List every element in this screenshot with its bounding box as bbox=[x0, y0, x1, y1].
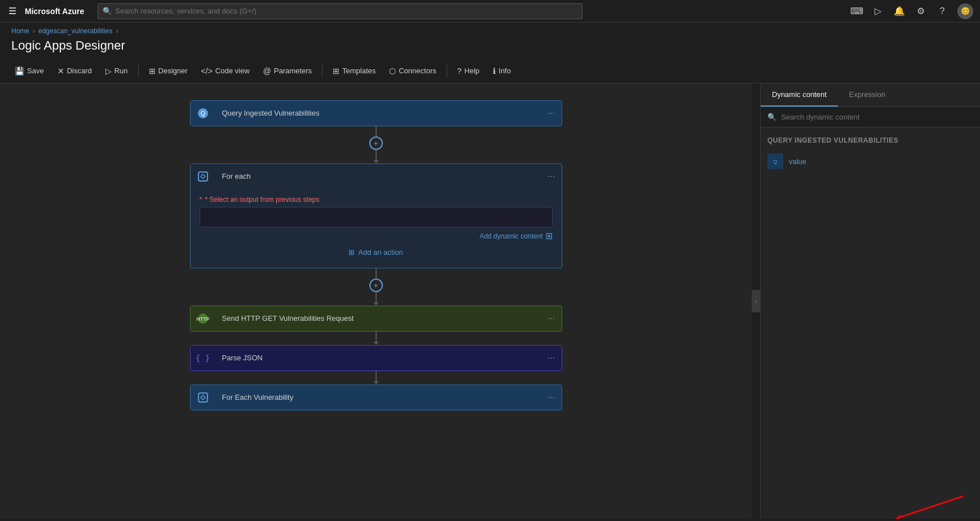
terminal-icon[interactable]: ⌨ bbox=[850, 6, 863, 16]
foreach-node-menu[interactable]: ··· bbox=[541, 164, 562, 189]
foreach2-node-menu[interactable]: ··· bbox=[541, 385, 562, 410]
svg-rect-2 bbox=[198, 172, 208, 181]
help-button[interactable]: ? Help bbox=[452, 63, 485, 79]
add-step-1[interactable]: + bbox=[369, 136, 383, 150]
toolbar-sep2 bbox=[322, 64, 323, 78]
tab-dynamic-content[interactable]: Dynamic content bbox=[761, 83, 838, 107]
search-input[interactable] bbox=[115, 7, 577, 15]
foreach-header: For each ··· bbox=[191, 164, 562, 189]
code-view-icon: </> bbox=[201, 67, 213, 76]
panel-item-value[interactable]: Q value bbox=[761, 149, 980, 174]
templates-button[interactable]: ⊞ Templates bbox=[327, 63, 381, 79]
connector-line-2b bbox=[376, 292, 377, 302]
canvas: Q Query Ingested Vulnerabilities ··· + F… bbox=[0, 83, 752, 519]
breadcrumb-resource[interactable]: edgescan_vulnerabilities bbox=[38, 27, 112, 35]
foreach2-node-icon bbox=[191, 385, 215, 410]
panel-section-title: Query Ingested Vulnerabilities bbox=[761, 134, 980, 149]
node-http[interactable]: HTTP Send HTTP GET Vulnerabilities Reque… bbox=[190, 306, 562, 332]
breadcrumb: Home › edgescan_vulnerabilities › bbox=[0, 23, 980, 36]
toolbar-sep1 bbox=[138, 64, 139, 78]
save-button[interactable]: 💾 Save bbox=[9, 63, 50, 79]
value-item-label: value bbox=[789, 157, 806, 166]
query-node-menu[interactable]: ··· bbox=[541, 101, 562, 126]
add-dynamic-content-btn[interactable]: Add dynamic content ⊞ bbox=[200, 231, 553, 241]
breadcrumb-home[interactable]: Home bbox=[11, 27, 29, 35]
parse-node-menu[interactable]: ··· bbox=[541, 346, 562, 370]
connector-line-1b bbox=[376, 150, 377, 160]
breadcrumb-sep2: › bbox=[116, 27, 118, 35]
required-star: * bbox=[200, 196, 202, 204]
foreach-field-label: * * Select an output from previous steps bbox=[200, 196, 553, 204]
query-node-icon: Q bbox=[191, 101, 215, 126]
info-icon: ℹ bbox=[493, 67, 496, 76]
connector-3 bbox=[373, 332, 379, 345]
connectors-icon: ⬡ bbox=[389, 67, 396, 76]
collapse-panel-btn[interactable]: › bbox=[752, 290, 761, 312]
foreach-node-label: For each bbox=[215, 164, 541, 189]
connector-line-2 bbox=[376, 268, 377, 279]
panel-tabs: Dynamic content Expression bbox=[761, 83, 980, 107]
svg-text:HTTP: HTTP bbox=[197, 316, 209, 322]
notifications-icon[interactable]: 🔔 bbox=[893, 6, 906, 16]
designer-icon: ⊞ bbox=[149, 67, 156, 76]
http-node-menu[interactable]: ··· bbox=[541, 306, 562, 331]
red-arrow-annotation bbox=[862, 485, 974, 519]
add-action-icon: ⊞ bbox=[348, 248, 355, 257]
connector-1: + bbox=[369, 126, 383, 164]
dynamic-content-search-input[interactable] bbox=[781, 113, 973, 121]
designer-button[interactable]: ⊞ Designer bbox=[143, 63, 193, 79]
settings-icon[interactable]: ⚙ bbox=[915, 6, 927, 16]
app-name: Microsoft Azure bbox=[25, 7, 84, 16]
node-parse-json[interactable]: { } Parse JSON ··· bbox=[190, 345, 562, 371]
foreach-select-output-input[interactable] bbox=[200, 207, 553, 227]
topbar-icons: ⌨ ▷ 🔔 ⚙ ? 😊 bbox=[850, 3, 973, 19]
connector-line-4 bbox=[376, 371, 377, 381]
discard-icon: ✕ bbox=[58, 67, 64, 76]
foreach-node-icon bbox=[191, 164, 215, 189]
node-query-ingested[interactable]: Q Query Ingested Vulnerabilities ··· bbox=[190, 100, 562, 126]
run-icon: ▷ bbox=[105, 67, 112, 76]
add-step-2[interactable]: + bbox=[369, 279, 383, 292]
toolbar: 💾 Save ✕ Discard ▷ Run ⊞ Designer </> Co… bbox=[0, 59, 980, 83]
page-title: Logic Apps Designer bbox=[0, 36, 980, 59]
templates-icon: ⊞ bbox=[333, 67, 339, 76]
parameters-icon: @ bbox=[263, 67, 271, 76]
discard-button[interactable]: ✕ Discard bbox=[52, 63, 98, 79]
panel-body: Query Ingested Vulnerabilities Q value bbox=[761, 127, 980, 519]
connector-line-3 bbox=[376, 332, 377, 342]
right-panel: Dynamic content Expression 🔍 Query Inges… bbox=[760, 83, 980, 519]
panel-search: 🔍 bbox=[761, 107, 980, 127]
info-button[interactable]: ℹ Info bbox=[487, 63, 517, 79]
parameters-button[interactable]: @ Parameters bbox=[258, 63, 317, 79]
code-view-button[interactable]: </> Code view bbox=[196, 63, 255, 79]
connectors-button[interactable]: ⬡ Connectors bbox=[383, 63, 442, 79]
http-node-label: Send HTTP GET Vulnerabilities Request bbox=[215, 306, 541, 331]
foreach2-node-label: For Each Vulnerability bbox=[215, 385, 541, 410]
connector-2: + bbox=[369, 268, 383, 306]
toolbar-sep3 bbox=[447, 64, 447, 78]
node-foreach-expanded: For each ··· * * Select an output from p… bbox=[190, 164, 562, 268]
global-search[interactable]: 🔍 bbox=[98, 3, 582, 19]
help-icon: ? bbox=[457, 67, 462, 76]
query-node-label: Query Ingested Vulnerabilities bbox=[215, 101, 541, 126]
add-action-btn[interactable]: ⊞ Add an action bbox=[200, 241, 553, 259]
search-icon: 🔍 bbox=[103, 7, 112, 15]
breadcrumb-sep1: › bbox=[33, 27, 35, 35]
value-item-icon: Q bbox=[767, 153, 783, 169]
save-icon: 💾 bbox=[15, 67, 24, 76]
panel-search-icon: 🔍 bbox=[767, 113, 776, 121]
help-icon[interactable]: ? bbox=[936, 6, 948, 16]
topbar: ☰ Microsoft Azure 🔍 ⌨ ▷ 🔔 ⚙ ? 😊 bbox=[0, 0, 980, 23]
flow-container: Q Query Ingested Vulnerabilities ··· + F… bbox=[190, 100, 562, 410]
tab-expression[interactable]: Expression bbox=[838, 83, 897, 107]
run-button[interactable]: ▷ Run bbox=[100, 63, 134, 79]
cloud-shell-icon[interactable]: ▷ bbox=[872, 6, 884, 16]
parse-node-label: Parse JSON bbox=[215, 346, 541, 370]
main-content: Q Query Ingested Vulnerabilities ··· + F… bbox=[0, 83, 980, 519]
add-dynamic-icon: ⊞ bbox=[545, 231, 553, 241]
http-node-icon: HTTP bbox=[191, 306, 215, 331]
svg-rect-5 bbox=[198, 393, 208, 402]
hamburger-menu[interactable]: ☰ bbox=[7, 6, 18, 16]
node-foreach-vulnerability[interactable]: For Each Vulnerability ··· bbox=[190, 385, 562, 410]
user-avatar[interactable]: 😊 bbox=[957, 3, 973, 19]
